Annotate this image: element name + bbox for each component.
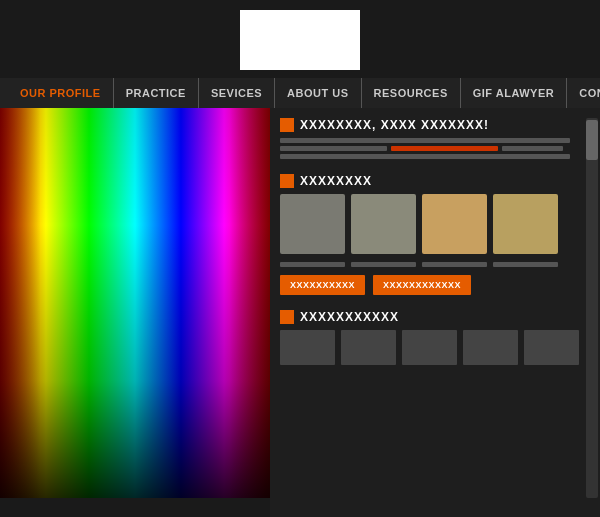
mini-swatches (280, 330, 585, 365)
navigation: OUR PROFILE PRACTICE SEVICES ABOUT US RE… (0, 78, 600, 108)
scrollbar[interactable] (586, 118, 598, 498)
gradient-canvas (0, 108, 270, 498)
header (0, 0, 600, 78)
buttons-row: xxxxxxxxxx xxxxxxxxxxxx (280, 275, 585, 295)
swatch-3 (422, 194, 487, 254)
text-line-red (391, 146, 498, 151)
section-2-button-2[interactable]: xxxxxxxxxxxx (373, 275, 471, 295)
text-line (280, 146, 387, 151)
main-content: XXXXXXXX, xxxx xxxxxxx! XXXXXXXX (0, 108, 600, 517)
section-1: XXXXXXXX, xxxx xxxxxxx! (280, 118, 585, 159)
section-3-heading: XXXXXXXXXXX (300, 310, 399, 324)
color-gradient-panel (0, 108, 270, 498)
swatch-label-4 (493, 262, 558, 267)
section-2: XXXXXXXX xxxxxxxxxx xxxxxxxxxxxx (280, 174, 585, 295)
nav-item-contacts[interactable]: CONTACTS (567, 78, 600, 108)
nav-item-gif-alawyer[interactable]: GIF ALAWYER (461, 78, 567, 108)
nav-item-practice[interactable]: PRACTICE (114, 78, 199, 108)
orange-square-icon-3 (280, 310, 294, 324)
nav-item-resources[interactable]: RESOURCES (362, 78, 461, 108)
section-2-heading: XXXXXXXX (300, 174, 372, 188)
text-line (280, 138, 570, 143)
text-line (502, 146, 563, 151)
scrollbar-thumb[interactable] (586, 120, 598, 160)
swatch-label-3 (422, 262, 487, 267)
nav-item-our-profile[interactable]: OUR PROFILE (20, 78, 114, 108)
orange-square-icon-2 (280, 174, 294, 188)
swatch-labels (280, 262, 585, 267)
swatch-1 (280, 194, 345, 254)
color-swatches (280, 194, 585, 254)
section-1-text (280, 138, 585, 159)
content-panel: XXXXXXXX, xxxx xxxxxxx! XXXXXXXX (270, 108, 600, 517)
orange-square-icon (280, 118, 294, 132)
mini-swatch-2 (341, 330, 396, 365)
section-1-title: XXXXXXXX, xxxx xxxxxxx! (280, 118, 585, 132)
mini-swatch-3 (402, 330, 457, 365)
swatch-label-2 (351, 262, 416, 267)
swatch-4 (493, 194, 558, 254)
mini-swatch-5 (524, 330, 579, 365)
nav-item-about-us[interactable]: ABOUT US (275, 78, 361, 108)
section-2-title: XXXXXXXX (280, 174, 585, 188)
section-3-title: XXXXXXXXXXX (280, 310, 585, 324)
logo (240, 10, 360, 70)
text-line (280, 154, 570, 159)
mini-swatch-4 (463, 330, 518, 365)
swatch-label-1 (280, 262, 345, 267)
nav-item-sevices[interactable]: SEVICES (199, 78, 275, 108)
text-row (280, 146, 585, 151)
section-1-heading: XXXXXXXX, xxxx xxxxxxx! (300, 118, 489, 132)
section-3: XXXXXXXXXXX (280, 310, 585, 365)
section-2-button-1[interactable]: xxxxxxxxxx (280, 275, 365, 295)
mini-swatch-1 (280, 330, 335, 365)
swatch-2 (351, 194, 416, 254)
